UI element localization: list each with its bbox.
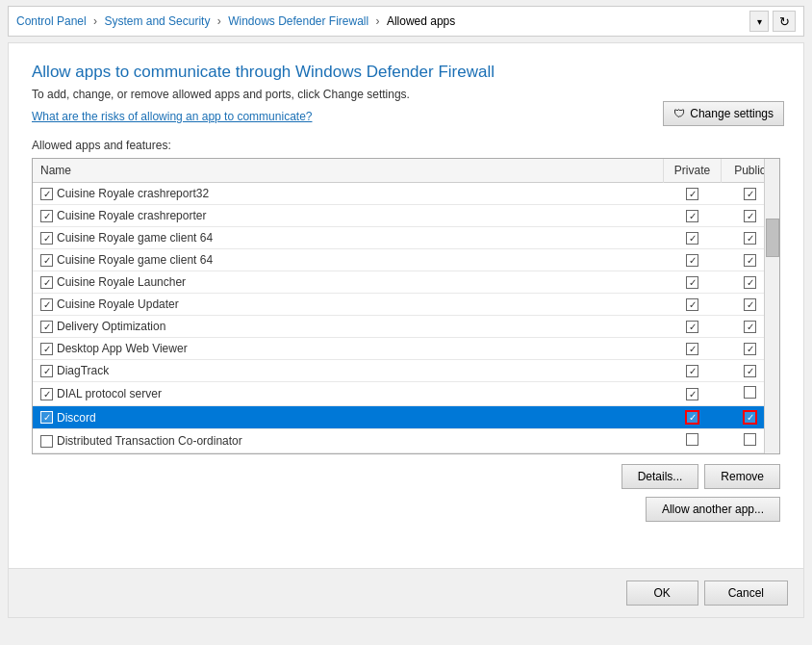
app-checkbox[interactable] — [40, 343, 53, 355]
public-checkbox[interactable] — [744, 386, 756, 399]
app-checkbox[interactable] — [40, 435, 53, 448]
help-link[interactable]: What are the risks of allowing an app to… — [32, 110, 312, 123]
public-checkbox[interactable] — [744, 433, 756, 446]
breadcrumb-system-security[interactable]: System and Security — [104, 14, 210, 28]
app-name-cell: Discord — [33, 406, 664, 429]
private-cell[interactable] — [664, 316, 722, 338]
private-cell[interactable] — [664, 227, 722, 249]
remove-button[interactable]: Remove — [704, 464, 780, 489]
action-buttons-row: Details... Remove — [32, 464, 780, 489]
private-cell[interactable] — [664, 183, 722, 205]
scrollbar[interactable] — [764, 159, 779, 453]
allow-app-row: Allow another app... — [32, 497, 780, 522]
app-name-text: Cuisine Royale crashreport32 — [57, 187, 209, 200]
app-name-cell: Cuisine Royale crashreporter — [33, 205, 664, 227]
private-cell[interactable] — [664, 429, 722, 453]
table-row[interactable]: DiagTrack — [33, 360, 779, 382]
private-cell[interactable] — [664, 338, 722, 360]
public-checkbox[interactable] — [744, 298, 756, 311]
main-panel: Allow apps to communicate through Window… — [8, 42, 804, 618]
app-checkbox[interactable] — [40, 365, 53, 377]
table-row[interactable]: Cuisine Royale Updater — [33, 294, 779, 316]
app-name-text: Desktop App Web Viewer — [57, 342, 188, 355]
app-name-text: Distributed Transaction Co-ordinator — [57, 434, 242, 448]
private-checkbox[interactable] — [686, 254, 698, 267]
app-name-cell: Delivery Optimization — [33, 316, 664, 338]
table-row[interactable]: Cuisine Royale crashreport32 — [33, 183, 779, 205]
allow-another-app-button[interactable]: Allow another app... — [646, 497, 780, 522]
private-checkbox[interactable] — [686, 433, 698, 446]
app-name-cell: DIAL protocol server — [33, 382, 664, 406]
private-checkbox[interactable] — [686, 321, 698, 333]
table-row[interactable]: Cuisine Royale crashreporter — [33, 205, 779, 227]
private-checkbox[interactable] — [686, 232, 698, 245]
public-checkbox[interactable] — [744, 343, 756, 355]
private-checkbox[interactable] — [686, 343, 698, 355]
private-cell[interactable] — [664, 406, 722, 429]
refresh-button[interactable]: ↻ — [773, 11, 796, 32]
private-checkbox[interactable] — [686, 388, 698, 400]
public-checkbox[interactable] — [744, 254, 756, 267]
address-bar-dropdown-button[interactable]: ▾ — [749, 11, 769, 32]
app-checkbox[interactable] — [40, 276, 53, 289]
app-name-cell: Cuisine Royale Launcher — [33, 271, 664, 294]
private-checkbox[interactable] — [685, 410, 699, 425]
details-button[interactable]: Details... — [622, 464, 699, 489]
refresh-icon: ↻ — [779, 14, 790, 29]
public-checkbox[interactable] — [744, 188, 756, 200]
app-checkbox[interactable] — [40, 321, 53, 333]
public-checkbox[interactable] — [743, 410, 757, 425]
app-checkbox[interactable] — [40, 188, 53, 200]
scrollbar-thumb[interactable] — [766, 219, 779, 257]
page-subtitle: To add, change, or remove allowed apps a… — [32, 88, 780, 101]
table-header-row: Name Private Public — [33, 159, 779, 183]
private-cell[interactable] — [664, 205, 722, 227]
private-cell[interactable] — [664, 294, 722, 316]
private-cell[interactable] — [664, 382, 722, 406]
section-label: Allowed apps and features: — [32, 139, 780, 152]
public-checkbox[interactable] — [744, 321, 756, 333]
breadcrumb: Control Panel › System and Security › Wi… — [16, 14, 746, 28]
app-name-text: Cuisine Royale Updater — [57, 297, 179, 311]
table-body: Cuisine Royale crashreport32Cuisine Roya… — [33, 183, 779, 453]
app-checkbox[interactable] — [40, 298, 53, 311]
ok-button[interactable]: OK — [626, 580, 698, 606]
app-name-cell: Cuisine Royale game client 64 — [33, 249, 664, 271]
breadcrumb-control-panel[interactable]: Control Panel — [16, 14, 87, 28]
app-checkbox[interactable] — [40, 411, 53, 424]
private-checkbox[interactable] — [686, 298, 698, 311]
app-name-cell: Desktop App Web Viewer — [33, 338, 664, 360]
breadcrumb-firewall[interactable]: Windows Defender Firewall — [228, 14, 368, 28]
private-checkbox[interactable] — [686, 210, 698, 222]
app-name-text: DiagTrack — [57, 364, 109, 377]
table-row[interactable]: Distributed Transaction Co-ordinator — [33, 429, 779, 453]
cancel-button[interactable]: Cancel — [704, 580, 788, 606]
private-cell[interactable] — [664, 249, 722, 271]
chevron-down-icon: ▾ — [757, 16, 762, 27]
private-cell[interactable] — [664, 271, 722, 294]
public-checkbox[interactable] — [744, 365, 756, 377]
app-name-text: Cuisine Royale game client 64 — [57, 231, 213, 245]
table-row[interactable]: Cuisine Royale game client 64 — [33, 227, 779, 249]
app-checkbox[interactable] — [40, 254, 53, 267]
app-checkbox[interactable] — [40, 232, 53, 245]
public-checkbox[interactable] — [744, 210, 756, 222]
app-name-cell: Cuisine Royale game client 64 — [33, 227, 664, 249]
public-checkbox[interactable] — [744, 276, 756, 289]
public-checkbox[interactable] — [744, 232, 756, 245]
table-row[interactable]: Cuisine Royale game client 64 — [33, 249, 779, 271]
private-checkbox[interactable] — [686, 276, 698, 289]
app-checkbox[interactable] — [40, 388, 53, 400]
private-checkbox[interactable] — [686, 365, 698, 377]
table-row[interactable]: Discord — [33, 406, 779, 429]
table-row[interactable]: Delivery Optimization — [33, 316, 779, 338]
table-row[interactable]: DIAL protocol server — [33, 382, 779, 406]
table-row[interactable]: Desktop App Web Viewer — [33, 338, 779, 360]
change-settings-button[interactable]: 🛡 Change settings — [663, 101, 784, 126]
table-row[interactable]: Cuisine Royale Launcher — [33, 271, 779, 294]
private-checkbox[interactable] — [686, 188, 698, 200]
app-name-cell: Cuisine Royale crashreport32 — [33, 183, 664, 205]
app-name-text: DIAL protocol server — [57, 387, 162, 400]
app-checkbox[interactable] — [40, 210, 53, 222]
private-cell[interactable] — [664, 360, 722, 382]
